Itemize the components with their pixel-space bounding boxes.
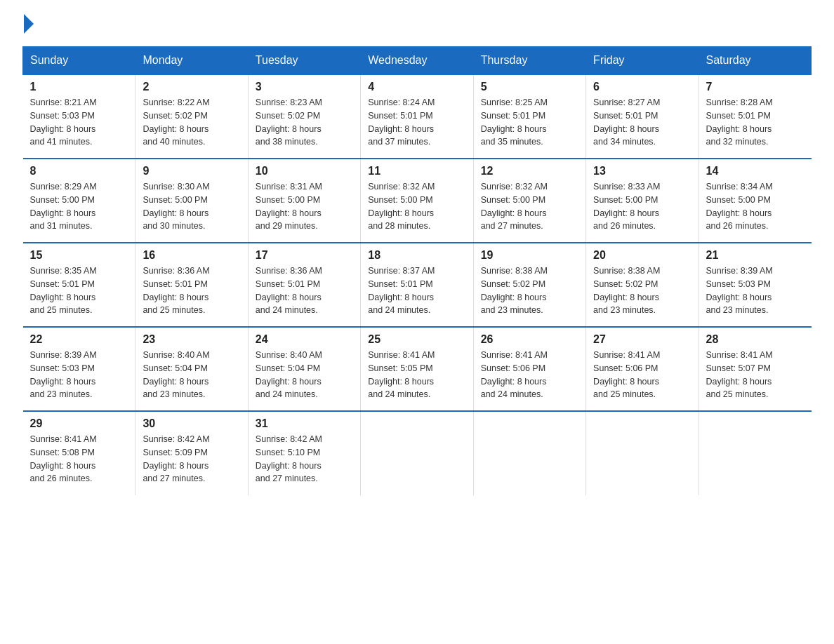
day-info: Sunrise: 8:37 AM Sunset: 5:01 PM Dayligh… — [368, 264, 465, 317]
day-info: Sunrise: 8:41 AM Sunset: 5:06 PM Dayligh… — [481, 349, 578, 401]
calendar-week-3: 15 Sunrise: 8:35 AM Sunset: 5:01 PM Dayl… — [23, 243, 812, 327]
day-info: Sunrise: 8:33 AM Sunset: 5:00 PM Dayligh… — [593, 180, 691, 233]
weekday-header-sunday: Sunday — [23, 47, 135, 75]
day-number: 6 — [593, 81, 691, 93]
day-info: Sunrise: 8:28 AM Sunset: 5:01 PM Dayligh… — [706, 96, 805, 149]
day-info: Sunrise: 8:36 AM Sunset: 5:01 PM Dayligh… — [143, 264, 240, 317]
day-info: Sunrise: 8:38 AM Sunset: 5:02 PM Dayligh… — [481, 264, 578, 317]
calendar-cell: 12 Sunrise: 8:32 AM Sunset: 5:00 PM Dayl… — [473, 159, 585, 243]
day-info: Sunrise: 8:35 AM Sunset: 5:01 PM Dayligh… — [30, 264, 128, 317]
day-info: Sunrise: 8:31 AM Sunset: 5:00 PM Dayligh… — [256, 180, 353, 233]
day-number: 7 — [706, 81, 805, 93]
day-info: Sunrise: 8:29 AM Sunset: 5:00 PM Dayligh… — [30, 180, 128, 233]
calendar-cell: 11 Sunrise: 8:32 AM Sunset: 5:00 PM Dayl… — [361, 159, 473, 243]
weekday-header-friday: Friday — [586, 47, 699, 75]
calendar-cell: 10 Sunrise: 8:31 AM Sunset: 5:00 PM Dayl… — [248, 159, 360, 243]
day-number: 20 — [593, 249, 691, 262]
day-number: 23 — [143, 333, 240, 346]
calendar-cell: 15 Sunrise: 8:35 AM Sunset: 5:01 PM Dayl… — [23, 243, 135, 327]
day-number: 16 — [143, 249, 240, 262]
day-number: 2 — [143, 81, 240, 93]
calendar-cell — [699, 411, 811, 495]
page-header — [22, 17, 812, 34]
day-info: Sunrise: 8:41 AM Sunset: 5:05 PM Dayligh… — [368, 349, 465, 401]
calendar-header: SundayMondayTuesdayWednesdayThursdayFrid… — [23, 47, 812, 75]
calendar-cell: 7 Sunrise: 8:28 AM Sunset: 5:01 PM Dayli… — [699, 74, 811, 159]
day-number: 10 — [256, 165, 353, 177]
day-number: 31 — [256, 417, 353, 430]
day-number: 12 — [481, 165, 578, 177]
day-info: Sunrise: 8:39 AM Sunset: 5:03 PM Dayligh… — [706, 264, 805, 317]
calendar-week-1: 1 Sunrise: 8:21 AM Sunset: 5:03 PM Dayli… — [23, 74, 812, 159]
day-number: 9 — [143, 165, 240, 177]
calendar-cell: 23 Sunrise: 8:40 AM Sunset: 5:04 PM Dayl… — [135, 327, 248, 411]
logo — [22, 17, 34, 34]
calendar-cell: 29 Sunrise: 8:41 AM Sunset: 5:08 PM Dayl… — [23, 411, 135, 495]
calendar-cell: 24 Sunrise: 8:40 AM Sunset: 5:04 PM Dayl… — [248, 327, 360, 411]
day-info: Sunrise: 8:36 AM Sunset: 5:01 PM Dayligh… — [256, 264, 353, 317]
day-number: 14 — [706, 165, 805, 177]
day-info: Sunrise: 8:25 AM Sunset: 5:01 PM Dayligh… — [481, 96, 578, 149]
calendar-cell: 25 Sunrise: 8:41 AM Sunset: 5:05 PM Dayl… — [361, 327, 473, 411]
day-number: 18 — [368, 249, 465, 262]
day-number: 28 — [706, 333, 805, 346]
day-info: Sunrise: 8:22 AM Sunset: 5:02 PM Dayligh… — [143, 96, 240, 149]
calendar-cell: 20 Sunrise: 8:38 AM Sunset: 5:02 PM Dayl… — [586, 243, 699, 327]
calendar-cell: 8 Sunrise: 8:29 AM Sunset: 5:00 PM Dayli… — [23, 159, 135, 243]
day-number: 11 — [368, 165, 465, 177]
day-number: 26 — [481, 333, 578, 346]
weekday-header-tuesday: Tuesday — [248, 47, 360, 75]
calendar-week-4: 22 Sunrise: 8:39 AM Sunset: 5:03 PM Dayl… — [23, 327, 812, 411]
calendar-cell: 19 Sunrise: 8:38 AM Sunset: 5:02 PM Dayl… — [473, 243, 585, 327]
day-number: 8 — [30, 165, 128, 177]
calendar-cell — [361, 411, 473, 495]
day-info: Sunrise: 8:38 AM Sunset: 5:02 PM Dayligh… — [593, 264, 691, 317]
day-number: 29 — [30, 417, 128, 430]
day-info: Sunrise: 8:21 AM Sunset: 5:03 PM Dayligh… — [30, 96, 128, 149]
calendar-cell: 17 Sunrise: 8:36 AM Sunset: 5:01 PM Dayl… — [248, 243, 360, 327]
day-number: 17 — [256, 249, 353, 262]
calendar-cell: 21 Sunrise: 8:39 AM Sunset: 5:03 PM Dayl… — [699, 243, 811, 327]
day-number: 24 — [256, 333, 353, 346]
day-info: Sunrise: 8:40 AM Sunset: 5:04 PM Dayligh… — [143, 349, 240, 401]
day-info: Sunrise: 8:40 AM Sunset: 5:04 PM Dayligh… — [256, 349, 353, 401]
calendar-cell: 22 Sunrise: 8:39 AM Sunset: 5:03 PM Dayl… — [23, 327, 135, 411]
calendar-cell: 30 Sunrise: 8:42 AM Sunset: 5:09 PM Dayl… — [135, 411, 248, 495]
calendar-cell: 4 Sunrise: 8:24 AM Sunset: 5:01 PM Dayli… — [361, 74, 473, 159]
day-info: Sunrise: 8:39 AM Sunset: 5:03 PM Dayligh… — [30, 349, 128, 401]
day-info: Sunrise: 8:32 AM Sunset: 5:00 PM Dayligh… — [368, 180, 465, 233]
day-number: 27 — [593, 333, 691, 346]
day-info: Sunrise: 8:27 AM Sunset: 5:01 PM Dayligh… — [593, 96, 691, 149]
weekday-header-saturday: Saturday — [699, 47, 811, 75]
day-info: Sunrise: 8:23 AM Sunset: 5:02 PM Dayligh… — [256, 96, 353, 149]
calendar-cell: 6 Sunrise: 8:27 AM Sunset: 5:01 PM Dayli… — [586, 74, 699, 159]
calendar-week-2: 8 Sunrise: 8:29 AM Sunset: 5:00 PM Dayli… — [23, 159, 812, 243]
day-number: 21 — [706, 249, 805, 262]
day-info: Sunrise: 8:24 AM Sunset: 5:01 PM Dayligh… — [368, 96, 465, 149]
weekday-header-wednesday: Wednesday — [361, 47, 473, 75]
day-number: 19 — [481, 249, 578, 262]
calendar-body: 1 Sunrise: 8:21 AM Sunset: 5:03 PM Dayli… — [23, 74, 812, 495]
day-number: 13 — [593, 165, 691, 177]
calendar-cell: 13 Sunrise: 8:33 AM Sunset: 5:00 PM Dayl… — [586, 159, 699, 243]
calendar-cell: 1 Sunrise: 8:21 AM Sunset: 5:03 PM Dayli… — [23, 74, 135, 159]
calendar-cell: 2 Sunrise: 8:22 AM Sunset: 5:02 PM Dayli… — [135, 74, 248, 159]
day-info: Sunrise: 8:34 AM Sunset: 5:00 PM Dayligh… — [706, 180, 805, 233]
calendar-cell: 27 Sunrise: 8:41 AM Sunset: 5:06 PM Dayl… — [586, 327, 699, 411]
day-info: Sunrise: 8:41 AM Sunset: 5:07 PM Dayligh… — [706, 349, 805, 401]
calendar-cell: 9 Sunrise: 8:30 AM Sunset: 5:00 PM Dayli… — [135, 159, 248, 243]
day-info: Sunrise: 8:41 AM Sunset: 5:08 PM Dayligh… — [30, 433, 128, 485]
logo-arrow-icon — [24, 14, 34, 34]
calendar-table: SundayMondayTuesdayWednesdayThursdayFrid… — [22, 46, 812, 495]
day-number: 25 — [368, 333, 465, 346]
day-number: 30 — [143, 417, 240, 430]
day-info: Sunrise: 8:30 AM Sunset: 5:00 PM Dayligh… — [143, 180, 240, 233]
weekday-header-monday: Monday — [135, 47, 248, 75]
calendar-week-5: 29 Sunrise: 8:41 AM Sunset: 5:08 PM Dayl… — [23, 411, 812, 495]
day-info: Sunrise: 8:41 AM Sunset: 5:06 PM Dayligh… — [593, 349, 691, 401]
day-number: 22 — [30, 333, 128, 346]
day-number: 15 — [30, 249, 128, 262]
calendar-cell: 14 Sunrise: 8:34 AM Sunset: 5:00 PM Dayl… — [699, 159, 811, 243]
calendar-cell: 26 Sunrise: 8:41 AM Sunset: 5:06 PM Dayl… — [473, 327, 585, 411]
calendar-cell — [473, 411, 585, 495]
